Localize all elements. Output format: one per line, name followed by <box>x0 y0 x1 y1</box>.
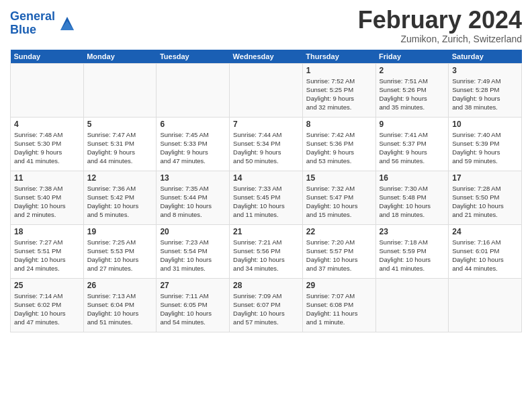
day-number: 4 <box>14 120 80 129</box>
cell-w3-d4: 14Sunrise: 7:33 AMSunset: 5:45 PMDayligh… <box>230 171 303 224</box>
day-number: 14 <box>233 173 299 183</box>
cell-w4-d3: 20Sunrise: 7:23 AMSunset: 5:54 PMDayligh… <box>157 224 230 278</box>
day-number: 28 <box>233 281 299 290</box>
cell-w3-d3: 13Sunrise: 7:35 AMSunset: 5:44 PMDayligh… <box>157 171 230 224</box>
title-section: February 2024 Zumikon, Zurich, Switzerla… <box>358 7 522 44</box>
cell-w5-d7 <box>449 278 522 332</box>
cell-w2-d6: 9Sunrise: 7:41 AMSunset: 5:37 PMDaylight… <box>375 117 449 171</box>
day-number: 6 <box>160 120 226 129</box>
cell-w4-d6: 23Sunrise: 7:18 AMSunset: 5:59 PMDayligh… <box>375 224 449 278</box>
calendar-body: 1Sunrise: 7:52 AMSunset: 5:25 PMDaylight… <box>11 63 522 332</box>
day-number: 10 <box>452 120 518 129</box>
cell-w2-d4: 7Sunrise: 7:44 AMSunset: 5:34 PMDaylight… <box>230 117 303 171</box>
day-number: 26 <box>87 281 153 290</box>
day-number: 25 <box>14 281 80 290</box>
day-number: 27 <box>160 281 226 290</box>
day-info: Sunrise: 7:25 AMSunset: 5:53 PMDaylight:… <box>87 238 153 273</box>
day-info: Sunrise: 7:41 AMSunset: 5:37 PMDaylight:… <box>380 130 445 166</box>
week-row-2: 4Sunrise: 7:48 AMSunset: 5:30 PMDaylight… <box>11 117 522 171</box>
day-info: Sunrise: 7:44 AMSunset: 5:34 PMDaylight:… <box>233 130 299 166</box>
svg-marker-1 <box>60 21 74 30</box>
cell-w4-d1: 18Sunrise: 7:27 AMSunset: 5:51 PMDayligh… <box>11 224 84 278</box>
header-saturday: Saturday <box>449 50 522 64</box>
week-row-5: 25Sunrise: 7:14 AMSunset: 6:02 PMDayligh… <box>11 278 522 332</box>
day-number: 17 <box>452 173 518 183</box>
cell-w1-d7: 3Sunrise: 7:49 AMSunset: 5:28 PMDaylight… <box>449 63 522 117</box>
cell-w3-d2: 12Sunrise: 7:36 AMSunset: 5:42 PMDayligh… <box>83 171 157 224</box>
cell-w2-d3: 6Sunrise: 7:45 AMSunset: 5:33 PMDaylight… <box>157 117 230 171</box>
day-number: 9 <box>380 120 445 129</box>
day-info: Sunrise: 7:42 AMSunset: 5:36 PMDaylight:… <box>306 130 372 166</box>
cell-w4-d4: 21Sunrise: 7:21 AMSunset: 5:56 PMDayligh… <box>230 224 303 278</box>
day-number: 19 <box>87 227 153 236</box>
day-number: 11 <box>14 173 80 183</box>
week-row-4: 18Sunrise: 7:27 AMSunset: 5:51 PMDayligh… <box>11 224 522 278</box>
cell-w5-d5: 29Sunrise: 7:07 AMSunset: 6:08 PMDayligh… <box>302 278 375 332</box>
header-tuesday: Tuesday <box>157 50 230 64</box>
day-number: 5 <box>87 120 153 129</box>
cell-w3-d6: 16Sunrise: 7:30 AMSunset: 5:48 PMDayligh… <box>375 171 449 224</box>
cell-w4-d5: 22Sunrise: 7:20 AMSunset: 5:57 PMDayligh… <box>302 224 375 278</box>
cell-w4-d7: 24Sunrise: 7:16 AMSunset: 6:01 PMDayligh… <box>449 224 522 278</box>
cell-w5-d6 <box>375 278 449 332</box>
cell-w1-d5: 1Sunrise: 7:52 AMSunset: 5:25 PMDaylight… <box>302 63 375 117</box>
cell-w5-d2: 26Sunrise: 7:13 AMSunset: 6:04 PMDayligh… <box>83 278 157 332</box>
day-info: Sunrise: 7:09 AMSunset: 6:07 PMDaylight:… <box>233 291 299 327</box>
day-info: Sunrise: 7:14 AMSunset: 6:02 PMDaylight:… <box>14 291 80 327</box>
day-info: Sunrise: 7:49 AMSunset: 5:28 PMDaylight:… <box>452 77 518 112</box>
cell-w1-d6: 2Sunrise: 7:51 AMSunset: 5:26 PMDaylight… <box>375 63 449 117</box>
cell-w5-d4: 28Sunrise: 7:09 AMSunset: 6:07 PMDayligh… <box>230 278 303 332</box>
day-info: Sunrise: 7:45 AMSunset: 5:33 PMDaylight:… <box>160 130 226 166</box>
header: General Blue February 2024 Zumikon, Zuri… <box>10 7 522 44</box>
day-info: Sunrise: 7:32 AMSunset: 5:47 PMDaylight:… <box>306 184 372 220</box>
cell-w1-d4 <box>230 63 303 117</box>
day-info: Sunrise: 7:28 AMSunset: 5:50 PMDaylight:… <box>452 184 518 220</box>
cell-w4-d2: 19Sunrise: 7:25 AMSunset: 5:53 PMDayligh… <box>83 224 157 278</box>
cell-w2-d7: 10Sunrise: 7:40 AMSunset: 5:39 PMDayligh… <box>449 117 522 171</box>
header-sunday: Sunday <box>11 50 84 64</box>
day-info: Sunrise: 7:21 AMSunset: 5:56 PMDaylight:… <box>233 238 299 273</box>
cell-w3-d1: 11Sunrise: 7:38 AMSunset: 5:40 PMDayligh… <box>11 171 84 224</box>
day-info: Sunrise: 7:36 AMSunset: 5:42 PMDaylight:… <box>87 184 153 220</box>
day-number: 12 <box>87 173 153 183</box>
day-number: 7 <box>233 120 299 129</box>
day-info: Sunrise: 7:40 AMSunset: 5:39 PMDaylight:… <box>452 130 518 166</box>
logo-text: General Blue <box>10 10 55 37</box>
day-info: Sunrise: 7:11 AMSunset: 6:05 PMDaylight:… <box>160 291 226 327</box>
day-info: Sunrise: 7:35 AMSunset: 5:44 PMDaylight:… <box>160 184 226 220</box>
logo-general: General <box>10 9 55 23</box>
day-number: 18 <box>14 227 80 236</box>
day-info: Sunrise: 7:51 AMSunset: 5:26 PMDaylight:… <box>380 77 445 112</box>
page-container: General Blue February 2024 Zumikon, Zuri… <box>0 0 532 336</box>
day-number: 29 <box>306 281 372 290</box>
day-number: 21 <box>233 227 299 236</box>
day-number: 3 <box>452 66 518 75</box>
logo: General Blue <box>10 10 77 37</box>
day-number: 22 <box>306 227 372 236</box>
cell-w2-d5: 8Sunrise: 7:42 AMSunset: 5:36 PMDaylight… <box>302 117 375 171</box>
header-monday: Monday <box>83 50 157 64</box>
day-info: Sunrise: 7:30 AMSunset: 5:48 PMDaylight:… <box>380 184 445 220</box>
day-number: 13 <box>160 173 226 183</box>
cell-w3-d7: 17Sunrise: 7:28 AMSunset: 5:50 PMDayligh… <box>449 171 522 224</box>
header-row: Sunday Monday Tuesday Wednesday Thursday… <box>11 50 522 64</box>
day-info: Sunrise: 7:38 AMSunset: 5:40 PMDaylight:… <box>14 184 80 220</box>
logo-blue: Blue <box>10 23 36 36</box>
cell-w3-d5: 15Sunrise: 7:32 AMSunset: 5:47 PMDayligh… <box>302 171 375 224</box>
logo-icon <box>58 14 77 33</box>
month-title: February 2024 <box>358 7 522 34</box>
day-info: Sunrise: 7:48 AMSunset: 5:30 PMDaylight:… <box>14 130 80 166</box>
day-number: 24 <box>452 227 518 236</box>
header-thursday: Thursday <box>302 50 375 64</box>
cell-w1-d2 <box>83 63 157 117</box>
day-info: Sunrise: 7:07 AMSunset: 6:08 PMDaylight:… <box>306 291 372 327</box>
day-info: Sunrise: 7:33 AMSunset: 5:45 PMDaylight:… <box>233 184 299 220</box>
day-info: Sunrise: 7:47 AMSunset: 5:31 PMDaylight:… <box>87 130 153 166</box>
week-row-3: 11Sunrise: 7:38 AMSunset: 5:40 PMDayligh… <box>11 171 522 224</box>
day-number: 15 <box>306 173 372 183</box>
day-info: Sunrise: 7:20 AMSunset: 5:57 PMDaylight:… <box>306 238 372 273</box>
cell-w1-d3 <box>157 63 230 117</box>
cell-w2-d2: 5Sunrise: 7:47 AMSunset: 5:31 PMDaylight… <box>83 117 157 171</box>
day-number: 16 <box>380 173 445 183</box>
calendar-table: Sunday Monday Tuesday Wednesday Thursday… <box>10 50 522 332</box>
